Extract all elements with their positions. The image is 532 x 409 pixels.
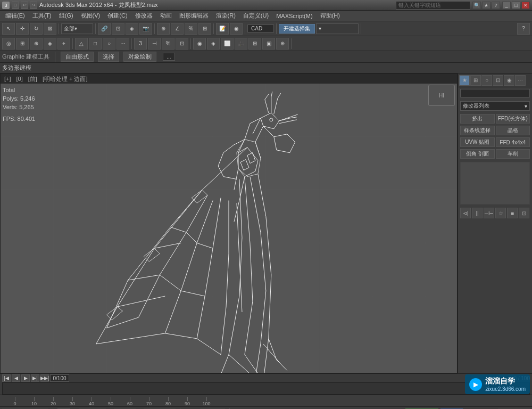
tb2-btn8[interactable]: ○ bbox=[103, 38, 115, 50]
rp-hierarchy-icon[interactable]: ○ bbox=[481, 75, 492, 86]
rotate-tool[interactable]: ↻ bbox=[30, 23, 43, 35]
close-button[interactable]: ✕ bbox=[521, 2, 530, 9]
menu-maxscript[interactable]: MAXScript(M) bbox=[273, 12, 315, 20]
move-tool[interactable]: ✛ bbox=[16, 23, 29, 35]
poly-label: 多边形建模 bbox=[2, 64, 31, 72]
rp-pause-icon[interactable]: || bbox=[472, 208, 483, 218]
menu-tools[interactable]: 工具(T) bbox=[29, 11, 55, 21]
tl-end-btn[interactable]: ▶▶| bbox=[40, 374, 49, 382]
select-region-btn[interactable]: 开建选择集 bbox=[279, 24, 315, 34]
tb2-render2[interactable]: ◈ bbox=[207, 38, 220, 50]
tb2-render1[interactable]: ◉ bbox=[193, 38, 206, 50]
viewport[interactable]: [+] [0] [前] [明暗处理 + 边面] bbox=[0, 73, 458, 373]
tb2-render7[interactable]: ⊕ bbox=[276, 38, 289, 50]
menu-view[interactable]: 视图(V) bbox=[78, 11, 104, 21]
tl-start-btn[interactable]: |◀ bbox=[2, 374, 11, 382]
tb2-btn9[interactable]: ⋯ bbox=[117, 38, 129, 50]
tl-play-btn[interactable]: ▶ bbox=[21, 374, 30, 382]
rp-box-icon[interactable]: ■ bbox=[507, 208, 518, 218]
nav-cube[interactable]: HI bbox=[428, 85, 455, 106]
sample-btn[interactable]: 样条线选择 bbox=[460, 126, 495, 135]
modifier-search[interactable] bbox=[460, 89, 530, 97]
rp-utility-icon[interactable]: ⋯ bbox=[515, 75, 526, 86]
vp-shade-btn[interactable]: [明暗处理 + 边面] bbox=[41, 75, 89, 83]
vp-plus-btn[interactable]: [+] bbox=[3, 76, 13, 82]
percent-snap[interactable]: % bbox=[185, 23, 197, 35]
rp-motion-icon[interactable]: ⊡ bbox=[493, 75, 503, 86]
menu-create[interactable]: 创建(C) bbox=[104, 11, 130, 21]
tb2-render4[interactable]: 🎥 bbox=[235, 38, 247, 50]
menu-render[interactable]: 渲染(R) bbox=[213, 11, 239, 21]
rp-modify-icon[interactable]: ⊞ bbox=[470, 75, 481, 86]
ffd4-btn[interactable]: FFD 4x4x4 bbox=[496, 137, 530, 147]
bind-tool[interactable]: ◈ bbox=[126, 23, 138, 35]
camera-tool[interactable]: 📷 bbox=[139, 23, 152, 35]
tb2-btn11[interactable]: ⊣ bbox=[148, 38, 161, 50]
menu-modifier[interactable]: 修改器 bbox=[132, 11, 156, 21]
viewport-canvas[interactable] bbox=[1, 84, 457, 373]
tb2-btn2[interactable]: ⊞ bbox=[16, 38, 29, 50]
tb2-btn6[interactable]: △ bbox=[75, 38, 88, 50]
ffd-rect-btn[interactable]: FFD(长方体) bbox=[496, 114, 530, 124]
rp-grid-icon[interactable]: ⊡ bbox=[519, 208, 529, 218]
toolbar-icon[interactable]: □ bbox=[12, 2, 19, 9]
tb2-render3[interactable]: ⬜ bbox=[221, 38, 234, 50]
search-input[interactable] bbox=[396, 1, 470, 10]
angle-snap[interactable]: ∠ bbox=[171, 23, 184, 35]
vp-num-btn[interactable]: [0] bbox=[15, 76, 24, 82]
rp-pin-icon[interactable]: ⊲| bbox=[460, 208, 471, 218]
vp-view-btn[interactable]: [前] bbox=[27, 75, 39, 83]
spinner-snap[interactable]: ⊞ bbox=[198, 23, 211, 35]
toolbar-icon[interactable]: ↩ bbox=[21, 2, 28, 9]
modifier-list-dropdown[interactable]: 修改器列表 ▾ bbox=[460, 101, 530, 111]
menu-help[interactable]: 帮助(H) bbox=[317, 11, 343, 21]
graphite-label: Graphite 建模工具 bbox=[2, 53, 49, 61]
select-tool[interactable]: ↖ bbox=[2, 23, 15, 35]
crystal-btn[interactable]: 晶格 bbox=[496, 126, 530, 135]
snap-toggle[interactable]: ⊕ bbox=[157, 23, 170, 35]
tb2-btn13[interactable]: ⊡ bbox=[176, 38, 188, 50]
menu-customize[interactable]: 自定义(U) bbox=[240, 11, 272, 21]
tb2-btn7[interactable]: □ bbox=[89, 38, 102, 50]
tb2-btn1[interactable]: ◎ bbox=[2, 38, 15, 50]
tb2-btn3[interactable]: ⊕ bbox=[30, 38, 43, 50]
menu-animation[interactable]: 动画 bbox=[157, 11, 175, 21]
rp-create-icon[interactable]: ★ bbox=[459, 75, 470, 86]
tl-next-btn[interactable]: ▶| bbox=[31, 374, 39, 382]
chamfer-btn[interactable]: 倒角 剖面 bbox=[460, 149, 495, 159]
freeform-btn[interactable]: 自由形式 bbox=[61, 52, 94, 62]
tb2-render6[interactable]: ▣ bbox=[262, 38, 275, 50]
rp-btn-row-3: UVW 贴图 FFD 4x4x4 bbox=[458, 136, 532, 148]
all-dropdown[interactable]: 全部▾ bbox=[61, 23, 93, 34]
tb2-btn5[interactable]: ⌖ bbox=[57, 38, 70, 50]
minimize-button[interactable]: _ bbox=[502, 2, 511, 9]
help-mode[interactable]: ? bbox=[517, 23, 530, 35]
menu-graph-editor[interactable]: 图形编辑器 bbox=[176, 11, 212, 21]
lathe-btn[interactable]: 车削 bbox=[496, 149, 530, 159]
tb2-btn12[interactable]: % bbox=[162, 38, 174, 50]
render-btn[interactable]: ◉ bbox=[230, 23, 243, 35]
tb2-render5[interactable]: ⊞ bbox=[248, 38, 261, 50]
rp-match-icon[interactable]: ⊣⊢ bbox=[484, 208, 494, 218]
tb2-btn4[interactable]: ◈ bbox=[44, 38, 56, 50]
rp-star-icon[interactable]: ☆ bbox=[495, 208, 506, 218]
tb2-btn10[interactable]: 3 bbox=[134, 38, 147, 50]
help-icon[interactable]: ? bbox=[492, 2, 500, 9]
frame-counter[interactable]: 0/100 bbox=[50, 374, 69, 382]
named-selection-dropdown[interactable]: ▾ bbox=[316, 23, 359, 34]
menu-group[interactable]: 组(G) bbox=[56, 11, 77, 21]
toolbar-icon[interactable]: ↪ bbox=[30, 2, 37, 9]
select-btn[interactable]: 选择 bbox=[98, 52, 119, 62]
object-paint-btn[interactable]: 对象绘制 bbox=[123, 52, 156, 62]
menu-edit[interactable]: 编辑(E) bbox=[2, 11, 28, 21]
tl-prev-btn[interactable]: ◀ bbox=[12, 374, 20, 382]
link-tool[interactable]: 🔗 bbox=[98, 23, 111, 35]
edit-named[interactable]: 📝 bbox=[216, 23, 229, 35]
uvw-btn[interactable]: UVW 贴图 bbox=[460, 137, 495, 147]
unlink-tool[interactable]: ⊡ bbox=[112, 23, 124, 35]
maximize-button[interactable]: □ bbox=[512, 2, 520, 9]
timeline-track[interactable] bbox=[2, 382, 530, 395]
extrude-btn[interactable]: 挤出 bbox=[460, 114, 495, 124]
rp-display-icon[interactable]: ◉ bbox=[504, 75, 514, 86]
scale-tool[interactable]: ⊠ bbox=[44, 23, 56, 35]
